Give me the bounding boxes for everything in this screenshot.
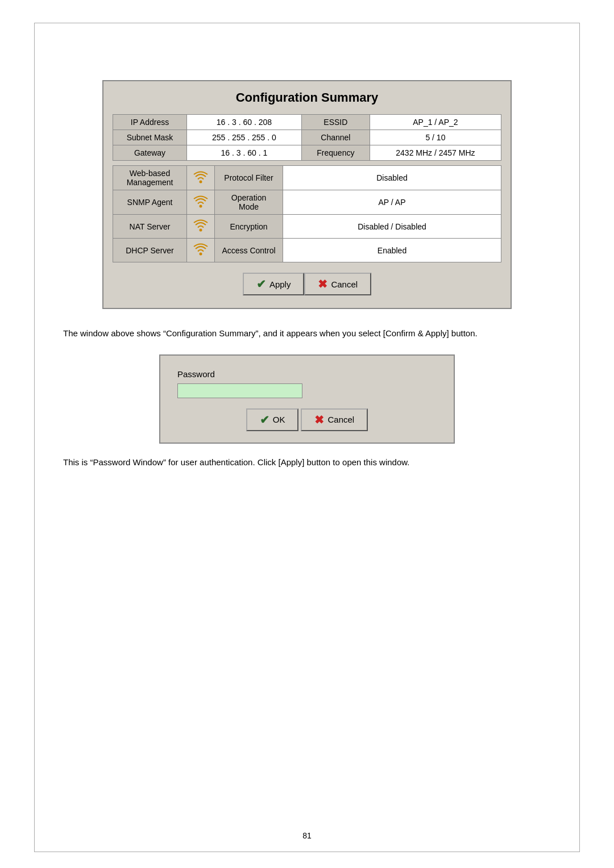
operation-mode-value: AP / AP	[283, 190, 501, 215]
password-button-row: ✔ OK ✖ Cancel	[177, 408, 437, 431]
config-top-table: IP Address 16 . 3 . 60 . 208 ESSID AP_1 …	[113, 114, 501, 161]
dhcp-server-icon	[193, 241, 209, 257]
nat-server-label: NAT Server	[113, 215, 187, 239]
access-control-label: Access Control	[215, 239, 283, 262]
nat-server-icon-cell	[187, 215, 215, 239]
cancel-label: Cancel	[331, 279, 358, 289]
dhcp-server-label: DHCP Server	[113, 239, 187, 262]
gateway-label: Gateway	[113, 145, 187, 161]
password-cancel-button[interactable]: ✖ Cancel	[301, 408, 368, 431]
web-mgmt-icon	[193, 169, 209, 185]
password-label: Password	[177, 369, 437, 379]
ok-check-icon: ✔	[260, 413, 269, 427]
config-summary-dialog: Configuration Summary IP Address 16 . 3 …	[102, 80, 512, 309]
page-number: 81	[35, 831, 579, 840]
web-mgmt-label: Web-based Management	[113, 166, 187, 190]
svg-point-2	[200, 229, 202, 232]
subnet-mask-label: Subnet Mask	[113, 130, 187, 145]
password-input-field[interactable]	[177, 383, 302, 398]
config-summary-body: IP Address 16 . 3 . 60 . 208 ESSID AP_1 …	[103, 112, 511, 308]
svg-point-3	[200, 253, 202, 256]
check-icon: ✔	[256, 277, 266, 291]
dhcp-server-icon-cell	[187, 239, 215, 262]
encryption-label: Encryption	[215, 215, 283, 239]
essid-label: ESSID	[301, 115, 370, 130]
ok-button[interactable]: ✔ OK	[246, 408, 299, 431]
ip-address-label: IP Address	[113, 115, 187, 130]
essid-value: AP_1 / AP_2	[370, 115, 501, 130]
config-summary-title: Configuration Summary	[103, 81, 511, 112]
snmp-agent-label: SNMP Agent	[113, 190, 187, 215]
snmp-agent-icon	[193, 194, 209, 210]
svg-point-0	[200, 180, 202, 183]
password-dialog: Password ✔ OK ✖ Cancel	[159, 354, 455, 444]
frequency-value: 2432 MHz / 2457 MHz	[370, 145, 501, 161]
password-body: Password ✔ OK ✖ Cancel	[160, 356, 454, 443]
channel-value: 5 / 10	[370, 130, 501, 145]
protocol-filter-label: Protocol Filter	[215, 166, 283, 190]
web-mgmt-icon-cell	[187, 166, 215, 190]
ip-address-value: 16 . 3 . 60 . 208	[187, 115, 302, 130]
description2: This is “Password Window” for user authe…	[63, 455, 551, 470]
x-icon: ✖	[318, 277, 327, 291]
config-bottom-table: Web-based Management Protocol Filter Dis…	[113, 165, 501, 262]
channel-label: Channel	[301, 130, 370, 145]
config-button-row: ✔ Apply ✖ Cancel	[113, 267, 501, 299]
nat-server-icon	[193, 218, 209, 233]
password-x-icon: ✖	[314, 413, 324, 427]
password-cancel-label: Cancel	[327, 415, 354, 424]
snmp-agent-icon-cell	[187, 190, 215, 215]
page-wrapper: Configuration Summary IP Address 16 . 3 …	[34, 23, 580, 852]
operation-mode-label: Operation Mode	[215, 190, 283, 215]
subnet-mask-value: 255 . 255 . 255 . 0	[187, 130, 302, 145]
svg-point-1	[200, 205, 202, 207]
access-control-value: Enabled	[283, 239, 501, 262]
apply-button[interactable]: ✔ Apply	[243, 273, 305, 295]
apply-label: Apply	[269, 279, 291, 289]
ok-label: OK	[273, 415, 285, 424]
frequency-label: Frequency	[301, 145, 370, 161]
cancel-button[interactable]: ✖ Cancel	[304, 273, 371, 295]
encryption-value: Disabled / Disabled	[283, 215, 501, 239]
gateway-value: 16 . 3 . 60 . 1	[187, 145, 302, 161]
description1: The window above shows “Configuration Su…	[63, 326, 551, 341]
protocol-filter-value: Disabled	[283, 166, 501, 190]
